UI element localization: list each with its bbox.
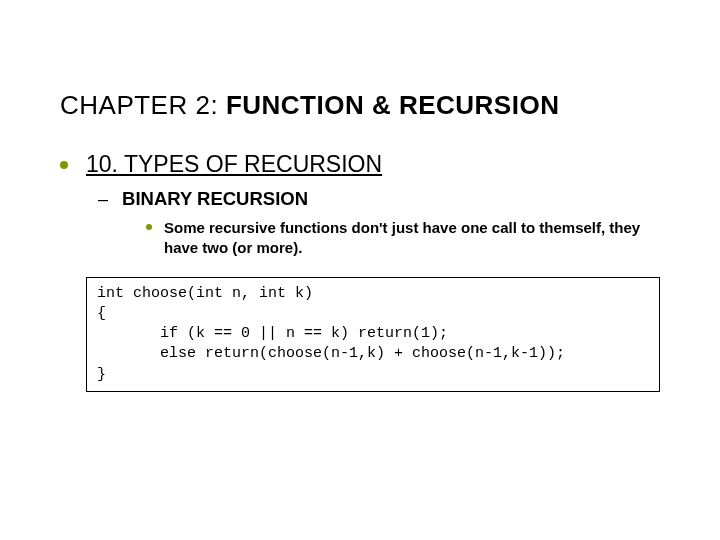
code-block: int choose(int n, int k) { if (k == 0 ||… — [86, 277, 660, 392]
section-row: 10. TYPES OF RECURSION — [60, 151, 670, 178]
slide: CHAPTER 2: FUNCTION & RECURSION 10. TYPE… — [0, 0, 720, 392]
dash-icon: – — [98, 189, 108, 210]
body-row: Some recursive functions don't just have… — [146, 218, 670, 259]
chapter-title: CHAPTER 2: FUNCTION & RECURSION — [60, 90, 670, 121]
subsection-heading: BINARY RECURSION — [122, 188, 308, 210]
title-prefix: CHAPTER 2: — [60, 90, 226, 120]
section-heading: 10. TYPES OF RECURSION — [86, 151, 382, 178]
bullet-icon — [60, 161, 68, 169]
subsection-row: – BINARY RECURSION — [98, 188, 670, 210]
title-bold: FUNCTION & RECURSION — [226, 90, 560, 120]
bullet-icon — [146, 224, 152, 230]
body-text: Some recursive functions don't just have… — [164, 218, 654, 259]
